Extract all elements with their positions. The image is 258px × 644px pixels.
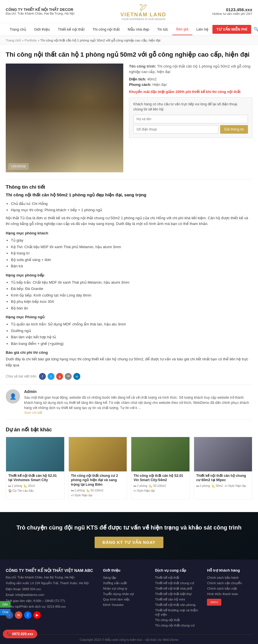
share-linkedin-icon[interactable]: in [73, 373, 80, 380]
nav-design[interactable]: Thiết kế nội thất [54, 24, 89, 35]
living-room-title: Hạng mục phòng khách [6, 231, 252, 235]
share-facebook-icon[interactable]: f [39, 373, 46, 380]
related-card-3[interactable]: Thiết kế nội thất căn hộ chung cư 60m2 t… [194, 437, 253, 499]
footer: CÔNG TY THIẾT KẾ NỘI THẤT VIỆT NAM ABC Đ… [0, 560, 258, 644]
footer-support-col: Hỗ trợ khách hàng Chính sách bảo hành Ch… [207, 568, 252, 629]
logo-sub: YOUR HAPPINESS IS OUR MISSION [120, 18, 166, 21]
logo-text: VIETNAM LAND [120, 12, 166, 18]
share-mail-icon[interactable]: ✉ [65, 373, 72, 380]
meta-rooms-1: 🛏 2 phòng [71, 489, 85, 492]
share-row: Chia sẻ bài viết trên: f t g ✉ in [6, 373, 252, 380]
detail-section: Thông tin chi tiết Thi công nội thất căn… [6, 179, 252, 420]
breadcrumb-home[interactable]: Trang chủ [6, 39, 21, 42]
nav-cta-button[interactable]: TƯ VẤN MIỄN PHÍ [212, 25, 251, 34]
share-label: Chia sẻ bài viết trên: [6, 374, 37, 378]
related-meta-0: 🛏 2 phòng 📐 20m2 🏠 Cty Tân cầu đẩu [8, 484, 62, 492]
share-twitter-icon[interactable]: t [48, 373, 54, 380]
project-name-label: Tên công trình: Thi công nội thất căn hộ… [129, 64, 252, 75]
svc-link-2: Thiết kế nội thất nhà phố [155, 586, 200, 590]
logo[interactable]: 🕊 VIETNAM LAND YOUR HAPPINESS IS OUR MIS… [120, 2, 166, 21]
share-google-icon[interactable]: g [56, 373, 63, 380]
nav-construction[interactable]: Thi công nội thất [89, 24, 124, 35]
nav-price[interactable]: Báo giá [172, 24, 192, 35]
logo-bird-icon: 🕊 [120, 2, 166, 12]
related-img-0 [6, 437, 64, 471]
meta-area-0: 📐 20m2 [24, 484, 35, 487]
nav-about[interactable]: Giới thiệu [30, 24, 54, 35]
room-scene-img [6, 64, 123, 172]
footer-feedback: Khiếu nại/Phản ánh dịch vụ: 0213.456.xxx [6, 604, 96, 609]
consult-desc: Khách hàng có nhu cầu tư vấn trực tiếp v… [133, 102, 248, 112]
footer-intro-links: Sáng lập Xưởng sản xuất Nhân sự công ty … [103, 575, 148, 607]
nav-news[interactable]: Tin tức [153, 24, 172, 35]
footer-support-title: Hỗ trợ khách hàng [207, 568, 252, 572]
area-row: Diện tích: 40m2 [129, 77, 252, 81]
footer-services-title: Dịch vụ cung cấp [155, 568, 200, 572]
meta-area-2: 📐 50-100m2 [149, 484, 166, 487]
cta-banner: Trò chuyện cùng đội ngũ KTS để được tư v… [0, 512, 258, 560]
author-name: Admin [24, 389, 252, 394]
phone-row: Gửi thông tin [133, 125, 248, 134]
sup-link-3: Hình thức thanh toán [207, 592, 252, 596]
related-title-3: Thiết kế nội thất căn hộ chung cư 60m2 t… [196, 474, 250, 483]
main-nav: Trang chủ Giới thiệu Thiết kế nội thất T… [0, 23, 258, 36]
fixed-call-button[interactable]: 📞 0972.929.xxx [3, 630, 37, 638]
meta-investor-0: 🏠 Cty Tân cầu đẩu [8, 489, 34, 492]
bd-item-3: Bàn trang điểm + ghế (+gương) [11, 341, 252, 347]
header-top: CÔNG TY THIẾT KẾ NỘI THẤT DECOR Địa chỉ:… [0, 0, 258, 23]
send-button[interactable]: Gửi thông tin [220, 125, 248, 134]
author-info: Admin Sau một thời gian hoạt động, websi… [24, 389, 252, 415]
social-youtube-icon[interactable]: ✉ [15, 611, 22, 619]
k-item-3: Bộ phụ kiện bếp inox 304 [11, 299, 252, 305]
breadcrumb: Trang chủ » Portfolio » Thi công nội thấ… [0, 36, 258, 45]
fixed-side-buttons: Zalo Chat [0, 601, 11, 615]
copyright-text: Copyright 2023 © Mẫu web công ty kiến tr… [80, 638, 178, 641]
read-more-link[interactable]: Xem chi tiết [24, 411, 42, 415]
breadcrumb-portfolio[interactable]: Portfolio [25, 39, 37, 42]
footer-intro-title: Giới thiệu [103, 568, 148, 572]
main-content: Thi công nội thất căn hộ 1 phòng ngủ 50m… [0, 45, 258, 505]
basic-info-list: Chủ đầu tư: Chi Hồng Hạng mục thi công: … [6, 201, 252, 213]
related-info-1: Thi công nội thất chung cư 2 phòng ngủ h… [69, 471, 127, 499]
scope-item: Hạng mục thi công: Phòng khách + bếp + 1… [11, 207, 252, 213]
nav-home[interactable]: Trang chủ [6, 24, 30, 35]
search-icon[interactable]: 🔍 [251, 23, 258, 35]
footer-address: Địa chỉ: Trần Khánh Chân, Hai Bà Trưng, … [6, 575, 96, 580]
k-item-4: Bộ bàn ăn [11, 305, 252, 311]
related-meta-3: 🛏 2 phòng 📐 50m2 🏷 Style Hiện đại [196, 484, 250, 487]
nav-houses[interactable]: Mẫu nhà đẹp [124, 24, 153, 35]
promo-text: Khuyến mãi đặc biệt giảm 100% phí thiết … [129, 90, 252, 95]
related-card-0[interactable]: Thiết kế nội thất căn hộ S2.01 tại Vinho… [6, 437, 64, 499]
meta-style-1: 🏷 Style Hiện đại [71, 494, 93, 497]
company-phone: 0123.456.xxx [212, 7, 252, 12]
cta-button[interactable]: ĐĂNG KÝ TƯ VẤN NGAY [95, 537, 163, 548]
related-title-1: Thi công nội thất chung cư 2 phòng ngủ h… [71, 474, 125, 487]
divider-1 [6, 179, 252, 179]
related-info-0: Thiết kế nội thất căn hộ S2.01 tại Vinho… [6, 471, 64, 495]
k-item-1: Đá bếp: Đá Granite [11, 286, 252, 292]
bd-item-0: Tủ quần áo kích trần: Sử dụng MDF chống … [11, 321, 252, 327]
related-card-1[interactable]: Thi công nội thất chung cư 2 phòng ngủ h… [69, 437, 127, 499]
lr-item-2: Kệ trang trí [11, 250, 252, 256]
k-item-2: Kính ốp bếp: Kính cường lực Hải Long dày… [11, 293, 252, 298]
intro-link-2: Nhân sự công ty [103, 586, 148, 590]
fixed-messenger-button[interactable]: Chat [0, 609, 11, 615]
related-title-0: Thiết kế nội thất căn hộ S2.01 tại Vinho… [8, 474, 62, 483]
lr-item-0: Tủ giày [11, 238, 252, 243]
sidebar-info: Tên công trình: Thi công nội thất căn hộ… [129, 64, 252, 172]
style-row: Phong cách: Hiện đại [129, 82, 252, 87]
phone-input[interactable] [133, 125, 218, 134]
social-youtube2-icon[interactable]: ▶ [33, 611, 41, 619]
svc-link-0: Thiết kế nội thất [155, 575, 200, 580]
intro-link-1: Xưởng sản xuất [103, 581, 148, 585]
social-zalo-icon[interactable]: Z [24, 611, 32, 619]
fixed-zalo-button[interactable]: Zalo [0, 601, 11, 608]
related-card-2[interactable]: Thi công nội thất căn hộ S2.01 Vin Smart… [131, 437, 190, 499]
nav-contact[interactable]: Liên hệ [192, 24, 212, 35]
related-meta-2: 🛏 2 phòng 📐 50-100m2 🏷 Style Hiện đại [134, 484, 187, 492]
page-title: Thi công nội thất căn hộ 1 phòng ngủ 50m… [6, 51, 252, 59]
company-name: CÔNG TY THIẾT KẾ NỘI THẤT DECOR [6, 7, 75, 12]
living-room-list: Tủ giày Kệ Tivi: Chất liệu MDF lõi xanh … [6, 238, 252, 269]
name-input[interactable] [133, 115, 248, 123]
footer-grid: CÔNG TY THIẾT KẾ NỘI THẤT VIỆT NAM ABC Đ… [6, 568, 252, 629]
